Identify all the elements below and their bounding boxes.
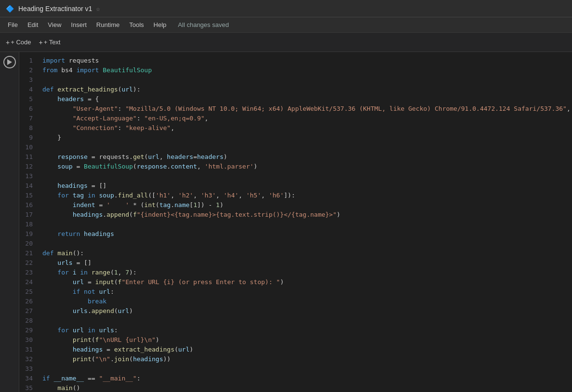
- code-line: [42, 239, 572, 248]
- code-line: [42, 220, 572, 229]
- line-number: 10: [19, 143, 33, 152]
- line-number: 25: [19, 287, 33, 297]
- plus-icon: +: [6, 39, 10, 46]
- add-code-label: + Code: [11, 39, 31, 46]
- line-number: 13: [19, 171, 33, 181]
- line-number: 22: [19, 258, 33, 268]
- code-line: for url in urls:: [42, 326, 572, 335]
- line-number: 35: [19, 383, 33, 392]
- line-number: 29: [19, 326, 33, 335]
- line-number: 26: [19, 297, 33, 306]
- code-line: print(f"\nURL {url}\n"): [42, 335, 572, 345]
- menu-insert[interactable]: Insert: [67, 19, 91, 30]
- run-button[interactable]: [3, 56, 16, 68]
- menu-tools[interactable]: Tools: [125, 19, 147, 30]
- code-line: if __name__ == "__main__":: [42, 374, 572, 383]
- code-line: "User-Agent": "Mozilla/5.0 (Windows NT 1…: [42, 104, 572, 114]
- code-line: main(): [42, 383, 572, 392]
- add-text-label: + Text: [44, 39, 61, 46]
- line-number: 2: [19, 65, 33, 75]
- line-number: 34: [19, 374, 33, 383]
- code-line: soup = BeautifulSoup(response.content, '…: [42, 162, 572, 171]
- code-line: indent = ' ' * (int(tag.name[1]) - 1): [42, 200, 572, 210]
- run-column: [0, 52, 19, 392]
- code-line: if not url:: [42, 287, 572, 297]
- code-line: "Connection": "keep-alive",: [42, 123, 572, 133]
- line-number: 28: [19, 316, 33, 326]
- code-line: [42, 316, 572, 326]
- code-line: [42, 364, 572, 374]
- line-number: 23: [19, 268, 33, 277]
- code-line: break: [42, 297, 572, 306]
- line-number: 19: [19, 229, 33, 239]
- code-line: print("\n".join(headings)): [42, 354, 572, 364]
- code-line: import requests: [42, 56, 572, 65]
- line-number: 9: [19, 133, 33, 143]
- code-editor[interactable]: import requestsfrom bs4 import Beautiful…: [37, 52, 572, 392]
- menubar: File Edit View Insert Runtime Tools Help…: [0, 17, 572, 33]
- line-number: 8: [19, 123, 33, 133]
- line-number: 17: [19, 210, 33, 220]
- line-number: 33: [19, 364, 33, 374]
- line-number: 11: [19, 152, 33, 162]
- line-number: 7: [19, 114, 33, 123]
- line-number: 32: [19, 354, 33, 364]
- menu-runtime[interactable]: Runtime: [93, 19, 123, 30]
- svg-marker-0: [7, 59, 12, 65]
- plus-text-icon: +: [39, 39, 42, 46]
- line-number: 20: [19, 239, 33, 248]
- code-line: headings.append(f"{indent}<{tag.name}>{t…: [42, 210, 572, 220]
- app-logo: 🔷: [5, 4, 14, 13]
- line-number: 4: [19, 85, 33, 94]
- line-number: 5: [19, 94, 33, 104]
- line-number: 3: [19, 75, 33, 85]
- code-line: urls = []: [42, 258, 572, 268]
- code-line: headers = {: [42, 94, 572, 104]
- code-container: 1234567891011121314151617181920212223242…: [0, 52, 572, 392]
- line-number: 1: [19, 56, 33, 65]
- add-code-button[interactable]: + + Code: [6, 39, 31, 46]
- line-number: 16: [19, 200, 33, 210]
- code-line: response = requests.get(url, headers=hea…: [42, 152, 572, 162]
- line-number: 21: [19, 248, 33, 258]
- line-number: 31: [19, 345, 33, 354]
- code-line: for tag in soup.find_all(['h1', 'h2', 'h…: [42, 191, 572, 200]
- line-number: 14: [19, 181, 33, 191]
- line-number: 15: [19, 191, 33, 200]
- code-line: [42, 75, 572, 85]
- menu-view[interactable]: View: [44, 19, 65, 30]
- code-line: def main():: [42, 248, 572, 258]
- app-title: Heading Extractinator v1: [18, 5, 92, 13]
- line-number: 24: [19, 277, 33, 287]
- titlebar: 🔷 Heading Extractinator v1 ☆: [0, 0, 572, 17]
- line-number: 27: [19, 306, 33, 316]
- code-line: [42, 143, 572, 152]
- menu-file[interactable]: File: [4, 19, 22, 30]
- line-number: 18: [19, 220, 33, 229]
- star-icon[interactable]: ☆: [96, 5, 100, 13]
- toolbar: + + Code + + Text: [0, 33, 572, 52]
- code-line: "Accept-Language": "en-US,en;q=0.9",: [42, 114, 572, 123]
- play-icon: [7, 59, 12, 65]
- line-number: 30: [19, 335, 33, 345]
- code-line: from bs4 import BeautifulSoup: [42, 65, 572, 75]
- add-text-button[interactable]: + + Text: [39, 39, 60, 46]
- menu-edit[interactable]: Edit: [24, 19, 42, 30]
- line-number: 12: [19, 162, 33, 171]
- line-number: 6: [19, 104, 33, 114]
- code-line: headings = extract_headings(url): [42, 345, 572, 354]
- menu-help[interactable]: Help: [150, 19, 171, 30]
- line-numbers: 1234567891011121314151617181920212223242…: [19, 52, 37, 392]
- code-line: url = input(f"Enter URL {i} (or press En…: [42, 277, 572, 287]
- code-line: return headings: [42, 229, 572, 239]
- code-line: }: [42, 133, 572, 143]
- code-line: for i in range(1, 7):: [42, 268, 572, 277]
- code-line: urls.append(url): [42, 306, 572, 316]
- code-line: headings = []: [42, 181, 572, 191]
- code-line: def extract_headings(url):: [42, 85, 572, 94]
- code-line: [42, 171, 572, 181]
- save-status: All changes saved: [178, 21, 229, 28]
